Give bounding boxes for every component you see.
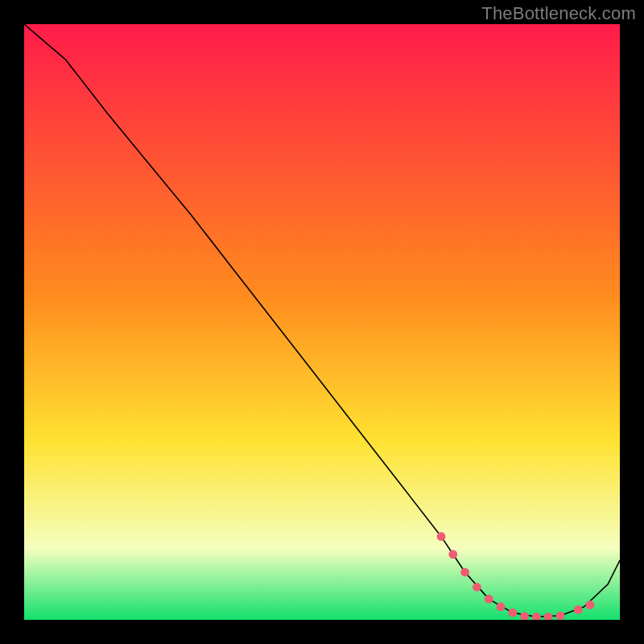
svg-rect-0	[24, 24, 620, 620]
chart-frame: TheBottleneck.com	[0, 0, 644, 644]
watermark-text: TheBottleneck.com	[481, 3, 636, 24]
plot-background-gradient	[24, 24, 620, 620]
